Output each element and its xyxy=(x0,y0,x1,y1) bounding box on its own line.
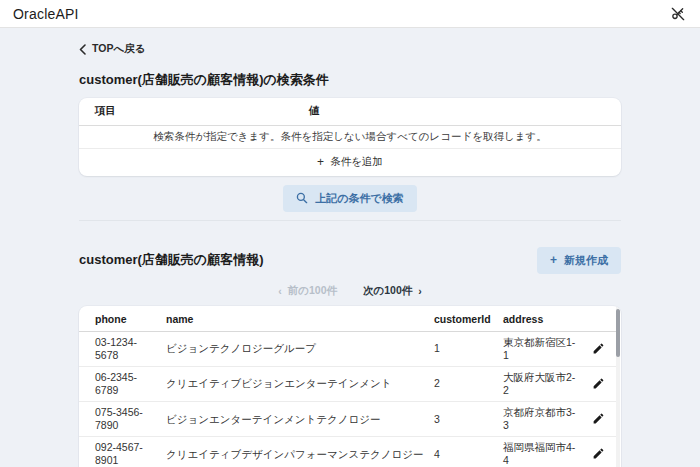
create-new-label: 新規作成 xyxy=(564,253,608,268)
table-row: 092-4567-8901クリエイティブデザインパフォーマンステクノロジー4福岡… xyxy=(79,437,617,467)
edit-pencil-icon xyxy=(592,412,605,425)
cell-customerId: 4 xyxy=(434,437,503,467)
table-scrollbar-track xyxy=(616,306,620,467)
search-conditions-card: 項目 値 検索条件が指定できます。条件を指定しない場合すべてのレコードを取得しま… xyxy=(79,98,621,176)
cell-phone: 06-2345-6789 xyxy=(79,366,166,401)
cell-customerId: 1 xyxy=(434,331,503,366)
edit-row-button[interactable] xyxy=(590,340,607,357)
table-row: 075-3456-7890ビジョンエンターテインメントテクノロジー3京都府京都市… xyxy=(79,402,617,437)
table-row: 06-2345-6789クリエイティブビジョンエンターテインメント2大阪府大阪市… xyxy=(79,366,617,401)
chevron-left-icon: ‹ xyxy=(278,285,282,297)
back-to-top-link[interactable]: TOPへ戻る xyxy=(79,42,145,56)
cell-phone: 092-4567-8901 xyxy=(79,437,166,467)
col-header-customerId: customerId xyxy=(434,306,503,332)
col-header-phone: phone xyxy=(79,306,166,332)
cell-phone: 075-3456-7890 xyxy=(79,402,166,437)
chevron-left-icon xyxy=(79,44,86,55)
table-header-row: phone name customerId address xyxy=(79,306,617,332)
pagination-next[interactable]: 次の100件 › xyxy=(363,284,422,298)
cell-customerId: 2 xyxy=(434,366,503,401)
create-new-button[interactable]: + 新規作成 xyxy=(537,247,621,274)
cell-phone: 03-1234-5678 xyxy=(79,331,166,366)
add-condition-label: 条件を追加 xyxy=(330,155,383,169)
cell-name: クリエイティブデザインパフォーマンステクノロジー xyxy=(166,437,434,467)
cell-address: 京都府京都市3-3 xyxy=(503,402,587,437)
plus-icon: + xyxy=(317,156,324,168)
edit-pencil-icon xyxy=(592,447,605,460)
app-header: OracleAPI xyxy=(0,0,700,28)
cell-address: 大阪府大阪市2-2 xyxy=(503,366,587,401)
customer-table-card: phone name customerId address 03-1234-56… xyxy=(79,306,621,467)
cell-name: ビジョンエンターテインメントテクノロジー xyxy=(166,402,434,437)
back-link-label: TOPへ戻る xyxy=(92,42,145,56)
plus-icon: + xyxy=(550,254,557,266)
search-button[interactable]: 上記の条件で検索 xyxy=(283,185,417,212)
cell-address: 東京都新宿区1-1 xyxy=(503,331,587,366)
app-title: OracleAPI xyxy=(13,6,79,22)
search-button-label: 上記の条件で検索 xyxy=(315,191,404,206)
pagination-prev-label: 前の100件 xyxy=(288,284,337,298)
search-icon xyxy=(296,192,308,204)
edit-row-button[interactable] xyxy=(590,410,607,427)
table-row: 03-1234-5678ビジョンテクノロジーグループ1東京都新宿区1-1 xyxy=(79,331,617,366)
edit-row-button[interactable] xyxy=(590,445,607,462)
pagination-next-label: 次の100件 xyxy=(363,284,412,298)
add-condition-button[interactable]: + 条件を追加 xyxy=(317,155,383,169)
customer-table: phone name customerId address 03-1234-56… xyxy=(79,306,617,467)
list-section-title: customer(店舗販売の顧客情報) xyxy=(79,251,263,269)
pagination: ‹ 前の100件 次の100件 › xyxy=(79,284,621,298)
conditions-col-value: 値 xyxy=(309,104,605,118)
col-header-name: name xyxy=(166,306,434,332)
cell-name: ビジョンテクノロジーグループ xyxy=(166,331,434,366)
section-divider xyxy=(79,220,621,221)
key-off-icon[interactable] xyxy=(669,5,687,23)
edit-pencil-icon xyxy=(592,377,605,390)
cell-customerId: 3 xyxy=(434,402,503,437)
search-section-title: customer(店舗販売の顧客情報)の検索条件 xyxy=(79,71,621,89)
conditions-empty-message: 検索条件が指定できます。条件を指定しない場合すべてのレコードを取得します。 xyxy=(79,126,621,149)
edit-pencil-icon xyxy=(592,342,605,355)
pagination-prev[interactable]: ‹ 前の100件 xyxy=(278,284,337,298)
edit-row-button[interactable] xyxy=(590,375,607,392)
chevron-right-icon: › xyxy=(418,285,422,297)
conditions-col-item: 項目 xyxy=(95,104,309,118)
col-header-address: address xyxy=(503,306,587,332)
cell-name: クリエイティブビジョンエンターテインメント xyxy=(166,366,434,401)
table-scrollbar-thumb[interactable] xyxy=(616,309,620,357)
conditions-table-header: 項目 値 xyxy=(79,98,621,126)
cell-address: 福岡県福岡市4-4 xyxy=(503,437,587,467)
